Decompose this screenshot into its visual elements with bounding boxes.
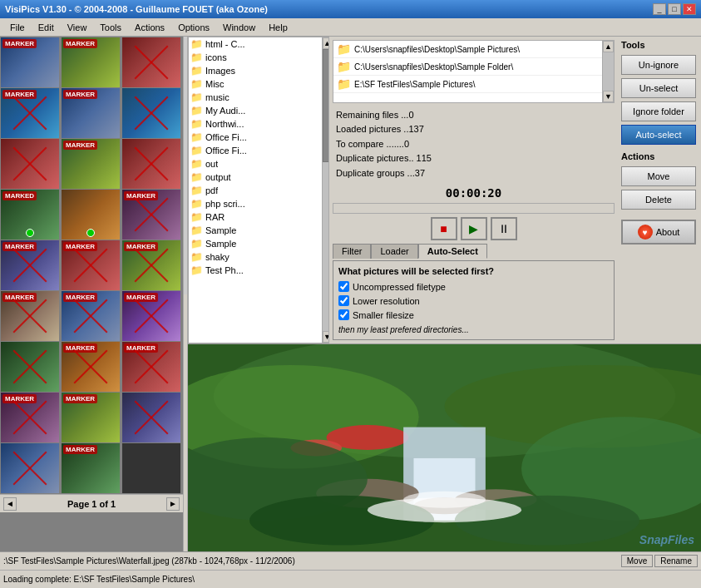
list-item[interactable]: MARKER bbox=[62, 139, 120, 189]
tree-item-music[interactable]: 📁 music bbox=[189, 91, 322, 104]
maximize-button[interactable]: □ bbox=[668, 3, 681, 15]
tree-item-office2[interactable]: 📁 Office Fi... bbox=[189, 144, 322, 157]
unselect-button[interactable]: Un-select bbox=[621, 78, 696, 98]
list-item[interactable]: MARKER bbox=[62, 393, 120, 442]
list-item[interactable]: MARKER bbox=[62, 240, 120, 290]
tab-loader[interactable]: Loader bbox=[371, 244, 417, 259]
x-overlay bbox=[122, 139, 180, 189]
minimize-button[interactable]: _ bbox=[653, 3, 666, 15]
tree-item-rar[interactable]: 📁 RAR bbox=[189, 210, 322, 224]
list-item[interactable]: MARKED bbox=[1, 190, 59, 240]
tree-item-label: out bbox=[205, 159, 218, 169]
paths-scroll-down[interactable]: ▼ bbox=[603, 91, 614, 102]
list-item[interactable]: MARKER bbox=[122, 342, 180, 392]
auto-select-button[interactable]: Auto-select bbox=[621, 125, 696, 145]
list-item[interactable]: MARKER bbox=[1, 393, 59, 442]
list-item[interactable] bbox=[122, 443, 180, 493]
stop-button[interactable]: ■ bbox=[431, 217, 457, 240]
tree-item-label: Office Fi... bbox=[205, 132, 247, 142]
list-item[interactable]: MARKER bbox=[62, 443, 120, 493]
tree-item-html[interactable]: 📁 html - C... bbox=[189, 37, 322, 51]
tree-item-sample1[interactable]: 📁 Sample bbox=[189, 224, 322, 237]
tree-item-testph[interactable]: 📁 Test Ph... bbox=[189, 264, 322, 277]
tab-filter[interactable]: Filter bbox=[333, 244, 371, 259]
prev-page-button[interactable]: ◄ bbox=[3, 497, 17, 511]
uncompressed-checkbox[interactable] bbox=[338, 281, 349, 292]
tab-autoselect[interactable]: Auto-Select bbox=[418, 244, 487, 259]
folder-icon: 📁 bbox=[190, 225, 203, 236]
rename-status-button[interactable]: Rename bbox=[654, 555, 698, 567]
move-status-button[interactable]: Move bbox=[621, 555, 653, 567]
menu-view[interactable]: View bbox=[61, 21, 94, 34]
tree-item-label: music bbox=[205, 92, 230, 102]
list-item[interactable]: MARKER bbox=[62, 291, 120, 341]
tree-item-output[interactable]: 📁 output bbox=[189, 170, 322, 184]
menu-tools[interactable]: Tools bbox=[93, 21, 128, 34]
delete-button[interactable]: Delete bbox=[621, 190, 696, 210]
list-item[interactable] bbox=[122, 139, 180, 189]
next-page-button[interactable]: ► bbox=[166, 497, 180, 511]
folder-tree[interactable]: 📁 html - C... 📁 icons 📁 Images 📁 Misc bbox=[189, 37, 322, 343]
folder-icon: 📁 bbox=[190, 91, 203, 103]
paths-scroll-track[interactable] bbox=[603, 52, 614, 91]
list-item[interactable] bbox=[1, 443, 59, 493]
scroll-down-button[interactable]: ▼ bbox=[323, 331, 329, 343]
list-item[interactable]: MARKER bbox=[122, 190, 180, 240]
close-button[interactable]: ✕ bbox=[683, 3, 696, 15]
play-button[interactable]: ▶ bbox=[461, 217, 487, 240]
menu-edit[interactable]: Edit bbox=[32, 21, 61, 34]
list-item[interactable]: MARKER bbox=[62, 37, 120, 87]
tree-item-misc[interactable]: 📁 Misc bbox=[189, 77, 322, 91]
scroll-track[interactable] bbox=[323, 49, 329, 331]
path-item-2[interactable]: 📁 C:\Users\snapfiles\Desktop\Sample Fold… bbox=[333, 58, 602, 76]
list-item[interactable] bbox=[1, 139, 59, 189]
lower-resolution-checkbox[interactable] bbox=[338, 295, 349, 306]
stat-duplicates: Duplicate pictures.. 115 bbox=[336, 151, 611, 166]
tree-item-pdf[interactable]: 📁 pdf bbox=[189, 184, 322, 197]
about-button[interactable]: ♥ About bbox=[621, 220, 696, 245]
move-button[interactable]: Move bbox=[621, 166, 696, 186]
list-item[interactable]: MARKER bbox=[1, 88, 59, 138]
menu-help[interactable]: Help bbox=[262, 21, 294, 34]
list-item[interactable]: MARKER bbox=[1, 240, 59, 290]
list-item[interactable] bbox=[62, 190, 120, 240]
preview-image: SnapFiles bbox=[188, 344, 701, 551]
list-item[interactable] bbox=[1, 342, 59, 392]
ignore-folder-button[interactable]: Ignore folder bbox=[621, 101, 696, 121]
x-overlay bbox=[122, 88, 180, 138]
tree-item-label: My Audi... bbox=[205, 106, 245, 116]
list-item[interactable]: MARKER bbox=[122, 291, 180, 341]
list-item[interactable]: MARKER bbox=[62, 88, 120, 138]
thumbnail-grid: MARKER MARKER MARKER MARKER bbox=[0, 37, 183, 494]
list-item[interactable] bbox=[122, 88, 180, 138]
tree-item-northw[interactable]: 📁 Northwi... bbox=[189, 117, 322, 131]
list-item[interactable]: MARKER bbox=[1, 291, 59, 341]
tree-item-office1[interactable]: 📁 Office Fi... bbox=[189, 131, 322, 144]
x-overlay bbox=[62, 240, 120, 290]
paths-scroll-up[interactable]: ▲ bbox=[603, 41, 614, 52]
list-item[interactable] bbox=[122, 37, 180, 87]
tree-item-shaky[interactable]: 📁 shaky bbox=[189, 250, 322, 264]
tree-item-sample2[interactable]: 📁 Sample bbox=[189, 237, 322, 250]
list-item[interactable]: MARKER bbox=[122, 240, 180, 290]
scroll-thumb[interactable] bbox=[323, 49, 329, 162]
unignore-button[interactable]: Un-ignore bbox=[621, 55, 696, 75]
menu-options[interactable]: Options bbox=[171, 21, 216, 34]
tree-item-myaudio[interactable]: 📁 My Audi... bbox=[189, 104, 322, 117]
list-item[interactable]: MARKER bbox=[1, 37, 59, 87]
list-item[interactable]: MARKER bbox=[62, 342, 120, 392]
path-item-1[interactable]: 📁 C:\Users\snapfiles\Desktop\Sample Pict… bbox=[333, 41, 602, 58]
tree-item-out[interactable]: 📁 out bbox=[189, 157, 322, 170]
menu-file[interactable]: File bbox=[3, 21, 32, 34]
title-bar: VisiPics V1.30 - © 2004-2008 - Guillaume… bbox=[0, 0, 701, 18]
list-item[interactable] bbox=[122, 393, 180, 442]
pause-button[interactable]: ⏸ bbox=[491, 217, 517, 240]
path-item-3[interactable]: 📁 E:\SF TestFiles\Sample Pictures\ bbox=[333, 76, 602, 93]
tree-item-icons[interactable]: 📁 icons bbox=[189, 51, 322, 64]
tree-item-php[interactable]: 📁 php scri... bbox=[189, 197, 322, 210]
menu-window[interactable]: Window bbox=[216, 21, 262, 34]
tree-item-images[interactable]: 📁 Images bbox=[189, 64, 322, 77]
scroll-up-button[interactable]: ▲ bbox=[323, 37, 329, 49]
smaller-filesize-checkbox[interactable] bbox=[338, 309, 349, 320]
menu-actions[interactable]: Actions bbox=[128, 21, 171, 34]
